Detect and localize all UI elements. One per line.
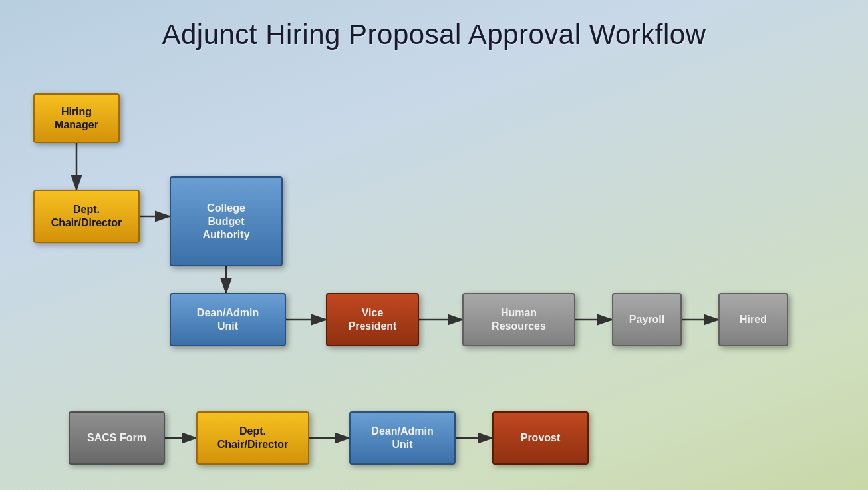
dean-admin-1-box: Dean/Admin Unit	[170, 293, 286, 346]
provost-box: Provost	[492, 411, 589, 465]
vice-president-box: Vice President	[326, 293, 419, 346]
hired-box: Hired	[718, 293, 788, 346]
sacs-form-box: SACS Form	[69, 411, 165, 465]
dean-admin-2-box: Dean/Admin Unit	[349, 411, 456, 465]
payroll-box: Payroll	[612, 293, 682, 346]
college-budget-box: College Budget Authority	[170, 176, 283, 266]
page-title: Adjunct Hiring Proposal Approval Workflo…	[0, 0, 868, 51]
human-resources-box: Human Resources	[462, 293, 575, 346]
dept-chair-1-box: Dept. Chair/Director	[33, 190, 140, 243]
hiring-manager-box: Hiring Manager	[33, 93, 120, 143]
dept-chair-2-box: Dept. Chair/Director	[196, 411, 309, 465]
